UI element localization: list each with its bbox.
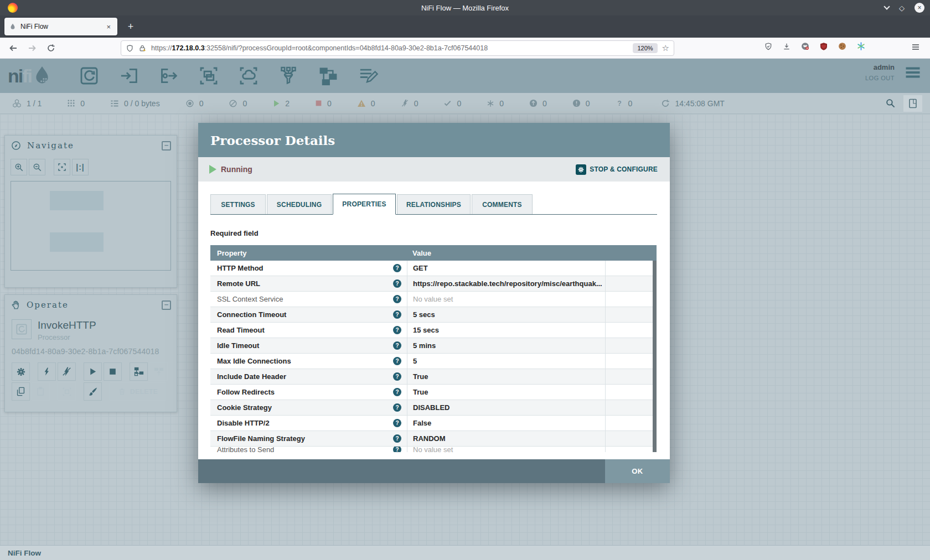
group-button[interactable] — [58, 382, 76, 401]
extension-pinwheel-icon[interactable] — [856, 42, 866, 51]
stop-configure-gear-icon — [576, 164, 586, 175]
status-locally-modified: 0 — [487, 99, 504, 108]
reload-button[interactable] — [44, 42, 58, 55]
back-button[interactable] — [7, 42, 20, 55]
label-component-icon[interactable] — [356, 64, 380, 88]
permissions-shield-icon[interactable] — [126, 44, 134, 53]
menu-icon[interactable] — [911, 43, 920, 51]
help-icon[interactable]: ? — [393, 279, 401, 288]
search-icon[interactable] — [885, 98, 896, 108]
navigate-panel: Navigate − |:| — [4, 135, 177, 288]
global-menu-icon[interactable] — [905, 65, 921, 80]
lock-warning-icon[interactable] — [138, 44, 147, 53]
extension-cookie-icon[interactable] — [838, 42, 847, 51]
funnel-component-icon[interactable] — [276, 64, 301, 88]
help-icon[interactable]: ? — [393, 357, 401, 365]
help-icon[interactable]: ? — [393, 388, 401, 396]
threads-icon — [67, 99, 75, 107]
breadcrumb[interactable]: NiFi Flow — [8, 549, 41, 557]
help-icon[interactable]: ? — [393, 403, 401, 412]
refresh-icon[interactable] — [661, 99, 670, 108]
dialog-status-strip: Running STOP & CONFIGURE — [198, 157, 670, 182]
property-row: FlowFile Naming Strategy?RANDOM — [210, 431, 657, 447]
dialog-tab-settings[interactable]: SETTINGS — [210, 194, 266, 214]
birdseye-minimap[interactable] — [11, 181, 171, 271]
status-stopped: 0 — [315, 99, 332, 108]
window-title: NiFi Flow — Mozilla Firefox — [0, 4, 930, 12]
property-value: RANDOM — [413, 434, 446, 443]
ok-button[interactable]: OK — [605, 459, 670, 483]
help-icon[interactable]: ? — [393, 419, 401, 427]
zoom-in-button[interactable] — [11, 159, 27, 175]
dialog-tab-comments[interactable]: COMMENTS — [472, 194, 533, 214]
zoom-actual-button[interactable]: |:| — [72, 159, 89, 175]
property-row: SSL Context Service?No value set — [210, 292, 657, 307]
zoom-level-badge[interactable]: 120% — [633, 43, 657, 53]
disable-button[interactable] — [58, 362, 76, 381]
property-row-spacer — [605, 431, 653, 447]
configure-button[interactable] — [12, 362, 30, 381]
stop-button[interactable] — [104, 362, 122, 381]
downloads-icon[interactable] — [782, 42, 791, 51]
zoom-fit-button[interactable] — [54, 159, 70, 175]
extension-ublock-icon[interactable] — [819, 42, 828, 51]
stop-and-configure-button[interactable]: STOP & CONFIGURE — [576, 164, 658, 175]
logout-link[interactable]: LOG OUT — [865, 75, 895, 81]
property-row-spacer — [605, 416, 653, 431]
template-component-icon[interactable] — [316, 64, 340, 88]
help-icon[interactable]: ? — [393, 341, 401, 350]
dialog-tab-relationships[interactable]: RELATIONSHIPS — [397, 194, 471, 214]
window-close-icon[interactable]: × — [914, 3, 924, 13]
paste-button[interactable] — [32, 382, 50, 401]
help-icon[interactable]: ? — [393, 434, 401, 443]
property-name: Follow Redirects — [217, 388, 275, 396]
output-port-component-icon[interactable] — [157, 64, 181, 88]
operate-panel: Operate − InvokeHTTP Processor 04b8fd14-… — [4, 294, 177, 412]
status-transmitting-count: 0 — [199, 99, 204, 108]
birdseye-toggle-button[interactable] — [903, 95, 922, 112]
color-button[interactable] — [84, 382, 102, 401]
save-flow-version-button[interactable] — [130, 362, 148, 381]
property-name: Remote URL — [217, 279, 260, 288]
tab-close-icon[interactable]: × — [104, 22, 113, 32]
remote-process-group-component-icon[interactable] — [236, 64, 261, 88]
table-scrollbar-thumb[interactable] — [653, 261, 657, 452]
help-icon[interactable]: ? — [393, 372, 401, 381]
help-icon[interactable]: ? — [393, 295, 401, 303]
status-locally-modified-stale-count: 0 — [586, 99, 590, 108]
process-group-component-icon[interactable] — [197, 64, 221, 88]
url-bar[interactable]: https://172.18.0.3:32558/nifi/?processGr… — [121, 40, 674, 56]
delete-button[interactable]: DELETE — [110, 382, 166, 401]
help-icon[interactable]: ? — [393, 310, 401, 319]
input-port-component-icon[interactable] — [117, 64, 141, 88]
status-not-transmitting-count: 0 — [242, 99, 247, 108]
navigate-collapse-button[interactable]: − — [162, 141, 171, 151]
start-button[interactable] — [84, 362, 102, 381]
window-minimize-icon[interactable] — [884, 3, 890, 9]
browser-tab[interactable]: NiFi Flow × — [4, 18, 117, 35]
property-row-spacer — [605, 385, 653, 400]
extension-mask-icon[interactable] — [800, 42, 810, 51]
help-icon[interactable]: ? — [393, 326, 401, 334]
operate-collapse-button[interactable]: − — [162, 300, 171, 310]
copy-button[interactable] — [12, 382, 30, 401]
window-maximize-icon[interactable]: ◇ — [899, 4, 905, 12]
property-row-spacer — [605, 292, 653, 307]
enable-button[interactable] — [38, 362, 56, 381]
new-tab-button[interactable]: + — [123, 19, 138, 34]
property-row: Connection Timeout?5 secs — [210, 307, 657, 323]
help-icon[interactable]: ? — [393, 447, 401, 452]
property-row: Idle Timeout?5 mins — [210, 338, 657, 354]
forward-button[interactable] — [25, 42, 39, 55]
bookmark-star-icon[interactable]: ☆ — [662, 43, 669, 53]
property-column-header: Property — [210, 249, 407, 257]
shield-check-icon[interactable] — [764, 42, 773, 51]
zoom-out-button[interactable] — [29, 159, 45, 175]
help-icon[interactable]: ? — [393, 264, 401, 272]
dialog-header: Processor Details — [198, 123, 670, 157]
dialog-tab-scheduling[interactable]: SCHEDULING — [267, 194, 332, 214]
property-row-spacer — [605, 307, 653, 323]
revert-flow-version-button[interactable] — [149, 362, 168, 381]
processor-component-icon[interactable] — [77, 64, 101, 88]
dialog-tab-properties[interactable]: PROPERTIES — [333, 194, 396, 215]
